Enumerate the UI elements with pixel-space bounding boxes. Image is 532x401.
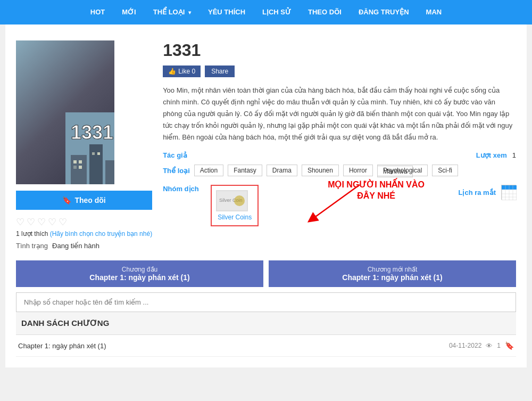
comic-cover: 1331 [16, 40, 114, 184]
chapter-meta: 04-11-2022 👁 1 🔖 [449, 341, 514, 350]
chapter-list: Chapter 1: ngày phán xét (1) 04-11-2022 … [16, 335, 516, 357]
nav-lich-su[interactable]: LỊCH SỬ [254, 0, 300, 24]
svg-rect-9 [73, 166, 77, 169]
comic-title: 1331 [163, 40, 516, 60]
left-column: 1331 🔖 Theo dõi ♡ ♡ ♡ ♡ ♡ 1 lượt thích (… [16, 40, 152, 250]
genre-sci-fi[interactable]: Sci-fi [432, 165, 458, 176]
genre-action[interactable]: Action [194, 165, 223, 176]
svg-point-23 [234, 195, 245, 206]
chapter-buttons: Chương đầu Chapter 1: ngày phán xét (1) … [16, 260, 516, 287]
genre-horror[interactable]: Horror [343, 165, 373, 176]
nav-hot[interactable]: HOT [82, 0, 113, 24]
svg-rect-8 [79, 160, 82, 163]
main-container: 1331 🔖 Theo dõi ♡ ♡ ♡ ♡ ♡ 1 lượt thích (… [5, 24, 527, 367]
eye-icon: 👁 [486, 342, 493, 350]
nav-dang-truyen[interactable]: ĐĂNG TRUYỆN [350, 0, 418, 24]
svg-rect-7 [73, 160, 77, 163]
nhom-lich-row: Nhóm dịch Silver Coin Silver Coins [163, 185, 516, 238]
genre-shounen[interactable]: Shounen [302, 165, 339, 176]
fb-bar: 👍 Like 0 Share [163, 66, 516, 77]
navbar: HOT MỚI THỂ LOẠI ▾ YÊU THÍCH LỊCH SỬ THE… [0, 0, 532, 24]
calendar-icon[interactable] [501, 185, 516, 200]
rating-hearts: ♡ ♡ ♡ ♡ ♡ [16, 216, 152, 228]
svg-rect-11 [92, 152, 95, 155]
follow-button[interactable]: 🔖 Theo dõi [16, 191, 152, 210]
nav-the-loai[interactable]: THỂ LOẠI ▾ [145, 0, 200, 25]
heart-2[interactable]: ♡ [27, 216, 35, 228]
description: Yoo Min, một nhân viên toàn thời gian củ… [163, 85, 516, 143]
chevron-down-icon: ▾ [188, 10, 191, 15]
latest-chapter-button[interactable]: Chương mới nhất Chapter 1: ngày phán xét… [269, 260, 516, 287]
thumbs-up-icon: 👍 [168, 68, 176, 75]
genres-row: Thể loại Action Fantasy Drama Shounen Ho… [163, 163, 516, 177]
heart-5[interactable]: ♡ [59, 216, 67, 228]
status-label: Tình trạng [16, 242, 48, 250]
bookmark-save-icon[interactable]: 🔖 [505, 341, 514, 350]
chapter-link[interactable]: Chapter 1: ngày phán xét (1) [18, 342, 106, 350]
lich-ra-mat: Lịch ra mắt [458, 185, 516, 200]
first-chapter-button[interactable]: Chương đầu Chapter 1: ngày phán xét (1) [16, 260, 263, 287]
chapter-search-input[interactable] [16, 292, 516, 312]
comic-info: 1331 👍 Like 0 Share Yoo Min, một nhân vi… [163, 40, 516, 250]
status-value: Đang tiến hành [52, 242, 99, 250]
heart-4[interactable]: ♡ [48, 216, 56, 228]
annotation-area: MỌI NGƯỜI NHẤN VÀOĐÂY NHÉ [269, 179, 365, 234]
meta-author-views: Tác giả Lượt xem 1 [163, 151, 516, 159]
heart-3[interactable]: ♡ [37, 216, 46, 228]
translator-logo: Silver Coin [216, 190, 248, 211]
chapter-date: 04-11-2022 [449, 342, 481, 349]
genre-drama[interactable]: Drama [267, 165, 297, 176]
fb-like-button[interactable]: 👍 Like 0 [163, 66, 201, 77]
nav-moi[interactable]: MỚI [113, 0, 144, 24]
bookmark-icon: 🔖 [62, 196, 71, 204]
views-section: Lượt xem 1 [476, 151, 516, 159]
genre-fantasy[interactable]: Fantasy [228, 165, 262, 176]
comic-detail: 1331 🔖 Theo dõi ♡ ♡ ♡ ♡ ♡ 1 lượt thích (… [16, 35, 516, 260]
nav-theo-doi[interactable]: THEO DÕI [300, 0, 350, 24]
table-row: Chapter 1: ngày phán xét (1) 04-11-2022 … [16, 335, 516, 357]
nav-container: HOT MỚI THỂ LOẠI ▾ YÊU THÍCH LỊCH SỬ THE… [0, 0, 532, 24]
annotation-text: MỌI NGƯỜI NHẤN VÀOĐÂY NHÉ [328, 179, 425, 202]
section-title: DANH SÁCH CHƯƠNG [16, 312, 516, 335]
author-section: Tác giả [163, 151, 187, 159]
likes-text: 1 lượt thích (Hãy bình chọn cho truyện b… [16, 230, 152, 238]
chapter-views: 1 [497, 342, 501, 349]
svg-rect-12 [97, 152, 100, 155]
nav-yeu-thich[interactable]: YÊU THÍCH [200, 0, 254, 24]
translator-box[interactable]: Silver Coin Silver Coins [211, 185, 259, 226]
svg-rect-2 [71, 155, 87, 184]
heart-1[interactable]: ♡ [16, 216, 24, 228]
svg-rect-3 [89, 144, 103, 184]
svg-rect-4 [105, 160, 115, 184]
svg-rect-10 [79, 166, 82, 169]
status-row: Tình trạng Đang tiến hành [16, 242, 152, 250]
nav-man[interactable]: MAN [418, 0, 451, 24]
translator-name: Silver Coins [216, 214, 253, 221]
svg-text:1331: 1331 [71, 121, 113, 143]
fb-share-button[interactable]: Share [205, 66, 235, 77]
genre-manhwa[interactable]: Manhwa [377, 166, 413, 177]
